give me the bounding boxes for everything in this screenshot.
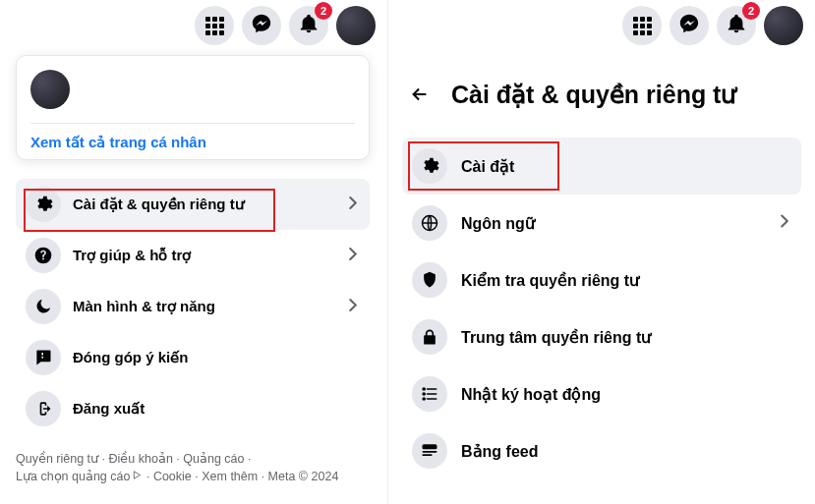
menu-item-privacy-checkup[interactable]: Kiểm tra quyền riêng tư [402, 252, 801, 308]
svg-point-6 [423, 393, 425, 395]
menu-item-label: Đăng xuất [73, 400, 145, 418]
page-title: Cài đặt & quyền riêng tư [451, 81, 736, 109]
menu-item-display-accessibility[interactable]: Màn hình & trợ năng [16, 281, 370, 332]
footer-link[interactable]: Quảng cáo [183, 452, 244, 466]
right-pane: 2 Cài đặt & quyền riêng tư Cài đặtNgôn n… [388, 0, 815, 504]
arrow-left-icon [409, 84, 431, 105]
menu-item-label: Màn hình & trợ năng [73, 298, 215, 315]
menu-item-label: Kiểm tra quyền riêng tư [461, 271, 639, 290]
footer-link[interactable]: Xem thêm [202, 470, 258, 483]
chevron-right-icon [342, 295, 364, 319]
menu-item-privacy-center[interactable]: Trung tâm quyền riêng tư [402, 308, 801, 365]
account-avatar-button[interactable] [336, 6, 376, 45]
footer-link-adchoices[interactable]: Lựa chọn quảng cáo [16, 468, 143, 486]
profile-card: Xem tất cả trang cá nhân [16, 55, 370, 160]
grid-icon [205, 17, 224, 35]
menu-item-feed[interactable]: Bảng feed [402, 422, 801, 479]
menu-item-label: Nhật ký hoạt động [461, 385, 601, 404]
lock-shield-icon [412, 262, 447, 298]
svg-rect-8 [423, 445, 436, 448]
footer-link[interactable]: Quyền riêng tư [16, 452, 98, 466]
svg-point-7 [423, 398, 425, 400]
menu-grid-button[interactable] [622, 6, 662, 45]
notifications-badge: 2 [742, 2, 760, 20]
footer-link[interactable]: Meta © 2024 [268, 470, 339, 483]
menu-item-logout[interactable]: Đăng xuất [16, 383, 370, 434]
profile-avatar-icon [30, 70, 70, 109]
menu-item-feedback[interactable]: Đóng góp ý kiến [16, 332, 370, 383]
settings-header: Cài đặt & quyền riêng tư [402, 77, 801, 112]
logout-icon [26, 391, 61, 426]
menu-item-settings-privacy[interactable]: Cài đặt & quyền riêng tư [16, 179, 370, 230]
messenger-icon [251, 13, 272, 38]
left-pane: 2 Xem tất cả trang cá nhân Cài đặt & quy… [0, 0, 388, 504]
menu-item-label: Cài đặt [461, 157, 514, 176]
gear-icon [26, 187, 61, 222]
top-icons-right: 2 [622, 6, 803, 45]
notifications-button[interactable]: 2 [717, 6, 756, 45]
profile-row[interactable] [30, 70, 355, 123]
lock-icon [412, 319, 447, 355]
grid-icon [633, 17, 652, 35]
avatar-icon [764, 6, 803, 45]
footer-link[interactable]: Điều khoản [109, 452, 173, 466]
menu-item-settings[interactable]: Cài đặt [402, 138, 801, 195]
account-avatar-button[interactable] [764, 6, 803, 45]
avatar-icon [336, 6, 376, 45]
footer-link[interactable]: Cookie [153, 470, 192, 483]
chevron-right-icon [342, 193, 364, 217]
chevron-right-icon [774, 210, 795, 236]
footer-links: Quyền riêng tưĐiều khoảnQuảng cáoLựa chọ… [16, 450, 370, 487]
question-icon [26, 238, 61, 273]
messenger-icon [678, 13, 700, 38]
chevron-right-icon [342, 244, 364, 268]
adchoices-icon [132, 468, 143, 486]
feed-icon [412, 433, 447, 469]
divider [30, 123, 355, 124]
menu-item-label: Ngôn ngữ [461, 214, 535, 233]
messenger-button[interactable] [242, 6, 281, 45]
list-icon [412, 376, 447, 412]
messenger-button[interactable] [669, 6, 709, 45]
top-icons-left: 2 [195, 6, 376, 45]
menu-grid-button[interactable] [195, 6, 234, 45]
feedback-icon [26, 340, 61, 375]
globe-icon [412, 205, 447, 241]
menu-item-label: Đóng góp ý kiến [73, 349, 188, 366]
account-menu: Cài đặt & quyền riêng tưTrợ giúp & hỗ tr… [16, 179, 370, 434]
menu-item-help-support[interactable]: Trợ giúp & hỗ trợ [16, 230, 370, 281]
moon-icon [26, 289, 61, 324]
menu-item-activity-log[interactable]: Nhật ký hoạt động [402, 365, 801, 422]
settings-menu: Cài đặtNgôn ngữKiểm tra quyền riêng tưTr… [402, 138, 801, 479]
menu-item-label: Trung tâm quyền riêng tư [461, 328, 651, 347]
menu-item-label: Bảng feed [461, 442, 538, 461]
back-button[interactable] [402, 77, 437, 112]
see-all-profiles-link[interactable]: Xem tất cả trang cá nhân [30, 134, 206, 150]
notifications-button[interactable]: 2 [289, 6, 328, 45]
menu-item-language[interactable]: Ngôn ngữ [402, 195, 801, 252]
menu-item-label: Trợ giúp & hỗ trợ [73, 247, 191, 264]
gear-icon [412, 148, 447, 184]
menu-item-label: Cài đặt & quyền riêng tư [73, 196, 245, 213]
svg-point-5 [423, 388, 425, 390]
notifications-badge: 2 [315, 2, 332, 20]
